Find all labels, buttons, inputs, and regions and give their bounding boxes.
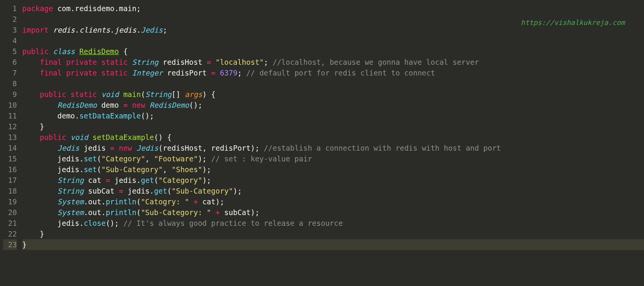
comma: , bbox=[163, 165, 167, 174]
var-redisport: redisPort bbox=[167, 69, 207, 77]
left-paren: ( bbox=[154, 133, 158, 141]
string-literal: "Sub-Category" bbox=[101, 165, 163, 174]
type-string: String bbox=[58, 187, 84, 195]
code-line[interactable]: public void setDataExample() { bbox=[22, 132, 644, 143]
string-literal: "Sub-Category" bbox=[172, 187, 233, 195]
code-line[interactable]: System.out.println("Sub-Category: " + su… bbox=[22, 207, 644, 218]
type-redisdemo: RedisDemo bbox=[150, 101, 189, 109]
code-line[interactable]: jedis.set("Category", "Footware"); // se… bbox=[22, 153, 644, 164]
code-line[interactable] bbox=[22, 35, 644, 46]
right-paren: ) bbox=[159, 133, 163, 141]
method-set: set bbox=[84, 165, 97, 174]
watermark-link[interactable]: https://vishalkukreja.com bbox=[521, 17, 625, 28]
keyword-void: void bbox=[101, 90, 119, 99]
code-line[interactable]: System.out.println("Catogry: " + cat); bbox=[22, 196, 644, 207]
operator-equals: = bbox=[119, 187, 123, 195]
code-line[interactable]: jedis.close(); // It's always good pract… bbox=[22, 218, 644, 228]
line-number: 5 bbox=[3, 46, 17, 57]
var-demo: demo bbox=[58, 112, 75, 120]
type-string: String bbox=[58, 176, 84, 184]
code-line[interactable]: demo.setDataExample(); bbox=[22, 110, 644, 121]
semicolon: ; bbox=[114, 219, 119, 227]
package-segment: redis bbox=[53, 26, 75, 34]
param-args: args bbox=[185, 90, 202, 99]
var-jedis: jedis bbox=[84, 144, 106, 152]
var-redishost: redisHost bbox=[163, 58, 202, 66]
code-line[interactable]: } bbox=[22, 121, 644, 132]
right-paren: ) bbox=[202, 165, 206, 174]
code-line[interactable]: package com.redisdemo.main; bbox=[22, 3, 644, 14]
semicolon: ; bbox=[264, 58, 268, 66]
left-paren: ( bbox=[141, 90, 145, 99]
code-line[interactable]: public class RedisDemo { bbox=[22, 46, 644, 57]
operator-equals: = bbox=[123, 101, 127, 109]
type-system: System bbox=[58, 197, 84, 206]
method-setdataexample: setDataExample bbox=[92, 133, 154, 141]
line-number: 8 bbox=[3, 78, 17, 89]
code-line[interactable]: jedis.set("Sub-Category", "Shoes"); bbox=[22, 164, 644, 175]
string-literal: "Category" bbox=[101, 155, 145, 163]
code-line[interactable]: final private static String redisHost = … bbox=[22, 57, 644, 67]
type-jedis: Jedis bbox=[141, 26, 163, 34]
var-cat: cat bbox=[88, 176, 101, 184]
type-jedis: Jedis bbox=[137, 144, 159, 152]
line-number: 19 bbox=[3, 196, 17, 207]
line-number: 9 bbox=[3, 89, 17, 100]
semicolon: ; bbox=[220, 197, 224, 206]
code-line[interactable]: public static void main(String[] args) { bbox=[22, 89, 644, 100]
package-segment: jedis bbox=[114, 26, 136, 34]
code-line[interactable]: } bbox=[22, 228, 644, 239]
semicolon: ; bbox=[238, 69, 242, 77]
var-jedis: jedis bbox=[128, 187, 150, 195]
line-number: 21 bbox=[3, 218, 17, 228]
operator-equals: = bbox=[207, 58, 211, 66]
var-redisport: redisPort bbox=[211, 144, 251, 152]
var-subcat: subCat bbox=[88, 187, 115, 195]
code-line[interactable]: } bbox=[22, 239, 644, 250]
dot: . bbox=[75, 112, 79, 120]
number-literal: 6379 bbox=[220, 69, 238, 77]
keyword-class: class bbox=[53, 47, 75, 56]
line-number: 6 bbox=[3, 57, 17, 67]
keyword-void: void bbox=[71, 133, 88, 141]
method-println: println bbox=[106, 197, 136, 206]
dot: . bbox=[101, 197, 106, 206]
code-area[interactable]: https://vishalkukreja.com package com.re… bbox=[22, 0, 644, 286]
code-line[interactable]: RedisDemo demo = new RedisDemo(); bbox=[22, 100, 644, 110]
code-line[interactable]: String cat = jedis.get("Category"); bbox=[22, 175, 644, 186]
line-number: 10 bbox=[3, 100, 17, 110]
code-line[interactable]: final private static Integer redisPort =… bbox=[22, 67, 644, 78]
var-cat: cat bbox=[202, 197, 215, 206]
left-brace: { bbox=[167, 133, 172, 141]
line-number: 22 bbox=[3, 228, 17, 239]
left-paren: ( bbox=[136, 197, 140, 206]
dot: . bbox=[101, 208, 106, 217]
line-number: 20 bbox=[3, 207, 17, 218]
right-paren: ) bbox=[202, 176, 206, 184]
code-line[interactable] bbox=[22, 78, 644, 89]
left-paren: ( bbox=[136, 208, 140, 217]
code-line[interactable]: Jedis jedis = new Jedis(redisHost, redis… bbox=[22, 143, 644, 153]
field-out: out bbox=[88, 208, 101, 217]
line-number: 11 bbox=[3, 110, 17, 121]
dot: . bbox=[150, 187, 154, 195]
right-paren: ) bbox=[198, 155, 202, 163]
right-paren: ) bbox=[110, 219, 114, 227]
comment: //localhost, because we gonna have local… bbox=[272, 58, 479, 66]
string-literal: "Category" bbox=[159, 176, 202, 184]
semicolon: ; bbox=[207, 176, 211, 184]
keyword-private: private bbox=[66, 69, 97, 77]
type-string: String bbox=[132, 58, 159, 66]
string-literal: "Shoes" bbox=[172, 165, 202, 174]
right-paren: ) bbox=[251, 208, 255, 217]
line-number: 17 bbox=[3, 175, 17, 186]
line-number: 4 bbox=[3, 35, 17, 46]
code-line[interactable]: String subCat = jedis.get("Sub-Category"… bbox=[22, 186, 644, 196]
operator-plus: + bbox=[215, 208, 220, 217]
left-paren: ( bbox=[167, 187, 172, 195]
line-number: 7 bbox=[3, 67, 17, 78]
var-redishost: redisHost bbox=[163, 144, 202, 152]
comma: , bbox=[145, 155, 149, 163]
string-literal: "Footware" bbox=[154, 155, 198, 163]
type-string: String bbox=[145, 90, 172, 99]
